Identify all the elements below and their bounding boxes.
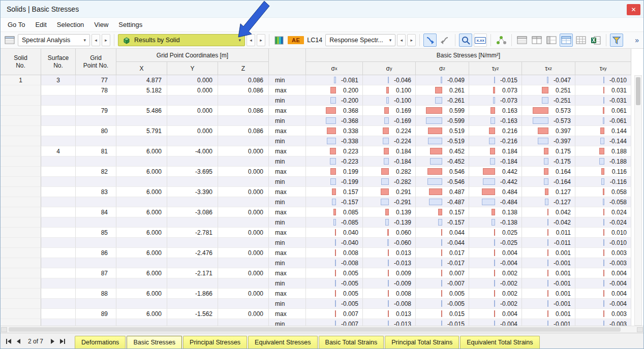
results-mode-combo[interactable]: Results by Solid ▾ xyxy=(118,34,245,46)
table-row[interactable]: 876.000-2.1710.000max0.0050.0090.0070.00… xyxy=(1,268,631,278)
loadcase-combo[interactable]: Response Spectr... ▾ xyxy=(325,34,395,46)
stress-value-cell: -0.042 xyxy=(522,217,575,228)
tab-principal-total-strains[interactable]: Principal Total Strains xyxy=(385,336,459,349)
table-row[interactable]: min-0.368-0.169-0.599-0.163-0.573-0.061 xyxy=(1,116,631,126)
table-manager-icon[interactable] xyxy=(3,34,16,47)
coord-x-cell: 6.000 xyxy=(116,248,167,258)
stress-value: 0.338 xyxy=(343,128,358,135)
table-row[interactable]: 826.000-3.6950.000max0.1990.2820.5460.44… xyxy=(1,167,631,177)
menu-go-to[interactable]: Go To xyxy=(3,19,30,30)
stress-value-cell: 0.005 xyxy=(306,268,363,278)
stress-value-bar xyxy=(482,188,495,195)
table-row[interactable]: min-0.157-0.291-0.487-0.484-0.127-0.058 xyxy=(1,197,631,207)
node-graph-icon[interactable] xyxy=(495,34,508,47)
results-prev-button[interactable]: ◂ xyxy=(247,34,255,46)
tab-principal-stresses[interactable]: Principal Stresses xyxy=(183,336,247,349)
toolbar-overflow-chevron[interactable]: » xyxy=(635,36,641,44)
analysis-combo[interactable]: Spectral Analysis ▾ xyxy=(18,34,90,46)
stress-value: -0.015 xyxy=(447,321,465,326)
filter-icon[interactable] xyxy=(610,34,623,47)
menu-settings[interactable]: Settings xyxy=(113,19,147,30)
stress-value: -0.061 xyxy=(609,117,627,124)
stress-value: -0.487 xyxy=(447,199,465,206)
menu-selection[interactable]: Selection xyxy=(52,19,89,30)
grid-point-no-cell: 89 xyxy=(76,309,116,319)
stress-value-bar xyxy=(603,117,604,124)
stress-value-cell: 0.261 xyxy=(416,85,469,96)
tab-equivalent-stresses[interactable]: Equivalent Stresses xyxy=(248,336,317,349)
stress-value-cell: -0.452 xyxy=(416,156,469,167)
excel-export-icon[interactable]: X xyxy=(589,34,602,47)
stress-value-bar xyxy=(547,310,548,317)
last-page-button[interactable] xyxy=(57,336,68,347)
coord-x-cell: 6.000 xyxy=(116,289,167,299)
results-next-button[interactable]: ▸ xyxy=(257,34,265,46)
tab-deformations[interactable]: Deformations xyxy=(75,336,126,349)
analysis-prev-button[interactable]: ◂ xyxy=(91,34,100,46)
solid-no-cell xyxy=(1,167,41,177)
analysis-next-button[interactable]: ▸ xyxy=(102,34,110,46)
prev-page-icon xyxy=(16,338,22,344)
coord-y-cell xyxy=(167,96,218,106)
stress-value-bar xyxy=(601,178,604,185)
table-row[interactable]: min-0.199-0.282-0.546-0.442-0.164-0.116 xyxy=(1,177,631,187)
grid-point-no-cell xyxy=(76,177,116,187)
vertical-scrollbar[interactable] xyxy=(634,75,642,326)
next-page-button[interactable] xyxy=(47,336,57,347)
table-row[interactable]: 856.000-2.7810.000max0.0400.0600.0440.02… xyxy=(1,228,631,238)
table-row[interactable]: 836.000-3.3900.000max0.1570.2910.4870.48… xyxy=(1,187,631,197)
color-scale-icon[interactable] xyxy=(273,34,286,47)
stress-value-cell: 0.127 xyxy=(522,187,575,197)
table-row[interactable]: 4816.000-4.0000.000max0.2230.1840.4520.1… xyxy=(1,146,631,156)
stress-value-bar xyxy=(388,260,389,266)
menu-view[interactable]: View xyxy=(89,19,113,30)
horizontal-scrollbar[interactable] xyxy=(1,326,643,333)
coord-z-cell xyxy=(218,156,269,167)
table-row[interactable]: min-0.007-0.013-0.015-0.004-0.001-0.003 xyxy=(1,319,631,326)
coord-x-cell: 6.000 xyxy=(116,167,167,177)
table-row[interactable]: 13774.8770.0000.086min-0.081-0.046-0.049… xyxy=(1,75,631,85)
show-all-results-icon[interactable] xyxy=(438,34,451,47)
table-display-icon[interactable] xyxy=(560,34,573,47)
stress-value: 0.216 xyxy=(502,128,517,135)
show-results-icon[interactable] xyxy=(423,34,437,47)
table-row[interactable]: min-0.005-0.009-0.007-0.002-0.001-0.004 xyxy=(1,278,631,289)
table-row[interactable]: 886.000-1.8660.000max0.0050.0080.0050.00… xyxy=(1,289,631,299)
scroll-corner-right[interactable] xyxy=(637,327,643,332)
table-row[interactable]: min-0.040-0.060-0.044-0.025-0.011-0.010 xyxy=(1,238,631,248)
table-row[interactable]: min-0.005-0.008-0.005-0.002-0.001-0.004 xyxy=(1,299,631,309)
tab-basic-stresses[interactable]: Basic Stresses xyxy=(127,336,182,349)
numeric-values-icon[interactable]: x.xx xyxy=(474,34,487,47)
vertical-scrollbar-thumb[interactable] xyxy=(636,77,640,105)
first-page-button[interactable] xyxy=(4,336,14,347)
loadcase-next-button[interactable]: ▸ xyxy=(407,34,416,46)
table-row[interactable]: 896.000-1.5620.000max0.0070.0130.0150.00… xyxy=(1,309,631,319)
prev-page-button[interactable] xyxy=(14,336,24,347)
tab-basic-total-strains[interactable]: Basic Total Strains xyxy=(319,336,384,349)
scroll-corner-left[interactable] xyxy=(1,327,7,332)
table-row[interactable]: min-0.008-0.013-0.017-0.004-0.001-0.003 xyxy=(1,258,631,268)
table-grid-icon[interactable] xyxy=(574,34,588,47)
surface-no-cell xyxy=(41,217,76,228)
table-row[interactable]: 785.1820.0000.086max0.2000.1000.2610.073… xyxy=(1,85,631,96)
table-row[interactable]: 846.000-3.0860.000max0.0850.1390.1570.13… xyxy=(1,207,631,217)
tab-equivalent-total-strains[interactable]: Equivalent Total Strains xyxy=(460,336,539,349)
table-row[interactable]: 805.7910.0000.086max0.3380.2240.5190.216… xyxy=(1,126,631,136)
table-row[interactable]: min-0.338-0.224-0.519-0.216-0.397-0.144 xyxy=(1,136,631,146)
surface-no-cell xyxy=(41,116,76,126)
table-layout-1-icon[interactable] xyxy=(515,34,529,47)
table-layout-2-icon[interactable] xyxy=(530,34,543,47)
table-row[interactable]: 795.4860.0000.086max0.3680.1690.5990.163… xyxy=(1,106,631,116)
table-row[interactable]: min-0.085-0.139-0.157-0.138-0.042-0.024 xyxy=(1,217,631,228)
close-button[interactable]: ✕ xyxy=(627,4,640,15)
menu-edit[interactable]: Edit xyxy=(30,19,51,30)
search-result-values-icon[interactable] xyxy=(459,34,472,47)
stress-value: -0.001 xyxy=(554,300,571,307)
table-layout-3-icon[interactable] xyxy=(545,34,558,47)
table-row[interactable]: 866.000-2.4760.000max0.0080.0130.0170.00… xyxy=(1,248,631,258)
table-row[interactable]: min-0.200-0.100-0.261-0.073-0.251-0.031 xyxy=(1,96,631,106)
table-glyph-icon xyxy=(532,36,542,44)
table-row[interactable]: min-0.223-0.184-0.452-0.184-0.175-0.188 xyxy=(1,156,631,167)
loadcase-prev-button[interactable]: ◂ xyxy=(397,34,406,46)
horizontal-scrollbar-thumb[interactable] xyxy=(9,327,621,332)
